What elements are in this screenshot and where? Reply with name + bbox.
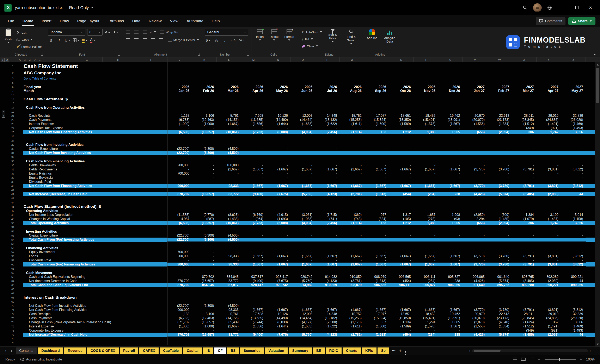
cell-W53[interactable]: - xyxy=(487,234,512,237)
merge-center-button[interactable]: Merge & Center xyxy=(168,37,199,43)
cell-Y23[interactable]: (1,491) xyxy=(536,122,561,126)
cell-S73[interactable]: (15,850) xyxy=(389,316,413,320)
row-header-32[interactable]: 32 xyxy=(8,155,17,159)
cell-Z53[interactable]: - xyxy=(561,234,586,237)
cell-R72[interactable]: 17,077 xyxy=(364,312,389,316)
cell-V22[interactable]: (20,070) xyxy=(463,118,487,122)
cell-L75[interactable]: (1,667) xyxy=(217,325,241,328)
cell-R49[interactable]: (824) xyxy=(364,217,389,221)
cell-Q22[interactable]: (15,255) xyxy=(340,118,364,122)
cell-O59[interactable]: - xyxy=(291,258,315,262)
cell-X22[interactable]: (25,845) xyxy=(512,118,536,122)
cell-M49[interactable]: (964) xyxy=(241,217,266,221)
cell-S77[interactable]: (454) xyxy=(389,333,413,337)
cell-J21[interactable]: 1,135 xyxy=(168,114,192,118)
cell-V54[interactable]: - xyxy=(463,238,487,242)
row-header-15[interactable]: 15 xyxy=(8,102,17,105)
cell-N70[interactable]: - xyxy=(266,304,291,308)
row-header-31[interactable]: 31 xyxy=(8,151,17,155)
cell-Y24[interactable]: (921) xyxy=(536,126,561,130)
cell-P22[interactable]: (15,182) xyxy=(315,118,340,122)
cell-S75[interactable]: (1,589) xyxy=(389,325,413,328)
cell-L6[interactable]: 2026 xyxy=(217,85,241,89)
cell-S74[interactable]: 1,134 xyxy=(389,320,413,324)
cell-label-row-16[interactable]: Cash Flow from Operating Activities xyxy=(17,105,168,109)
cell-M23[interactable]: (1,656) xyxy=(241,122,266,126)
cell-X54[interactable]: - xyxy=(512,238,536,242)
cell-J30[interactable]: (22,700) xyxy=(168,147,192,151)
cell-S58[interactable]: (1,667) xyxy=(389,254,413,258)
cell-L60[interactable]: 98,333 xyxy=(217,263,241,266)
row-header-6[interactable]: 6 xyxy=(8,85,17,88)
cell-L72[interactable]: 5,761 xyxy=(217,312,241,316)
cell-Y37[interactable]: - xyxy=(536,172,561,175)
cell-M24[interactable]: - xyxy=(241,126,266,130)
cell-V57[interactable]: - xyxy=(463,250,487,254)
cell-R38[interactable]: - xyxy=(364,176,389,180)
row-header-23[interactable]: 23 xyxy=(8,122,17,126)
cell-Y58[interactable]: (3,801) xyxy=(536,254,561,258)
cell-P37[interactable]: - xyxy=(315,172,340,175)
cell-M36[interactable]: (1,667) xyxy=(241,168,266,171)
cell-S24[interactable]: - xyxy=(389,126,413,130)
cell-W72[interactable]: 22,613 xyxy=(487,312,512,316)
row-header-71[interactable]: 71 xyxy=(8,309,17,311)
font-size-select[interactable]: 8 xyxy=(87,29,103,36)
cell-J53[interactable]: (22,700) xyxy=(168,234,192,237)
cell-L70[interactable]: (4,500) xyxy=(217,304,241,308)
cell-T71[interactable]: (1,667) xyxy=(413,308,438,312)
cell-U6[interactable]: 2026 xyxy=(438,85,463,89)
cell-W31[interactable]: - xyxy=(487,151,512,155)
cell-K38[interactable]: - xyxy=(192,176,217,180)
cell-S54[interactable]: - xyxy=(389,238,413,242)
cell-X60[interactable]: (3,791) xyxy=(512,263,536,266)
cell-Z58[interactable]: (3,812) xyxy=(561,254,586,258)
scroll-down-icon[interactable] xyxy=(595,342,600,346)
cell-U72[interactable]: 19,462 xyxy=(438,312,463,316)
cell-Q35[interactable]: - xyxy=(340,164,364,167)
cell-Y40[interactable]: (3,801) xyxy=(536,184,561,188)
scroll-up-icon[interactable] xyxy=(595,62,600,67)
cell-label-row-27[interactable] xyxy=(17,138,168,143)
addins-button[interactable]: Add-ins xyxy=(365,29,379,40)
outline-level-1[interactable]: 1 xyxy=(1,58,5,62)
cell-Z35[interactable]: - xyxy=(561,164,586,167)
cell-label-row-55[interactable] xyxy=(17,242,168,246)
cell-X21[interactable]: 28,011 xyxy=(512,114,536,118)
cell-Q31[interactable]: - xyxy=(340,151,364,155)
cell-Q49[interactable]: (745) xyxy=(340,217,364,221)
sheet-tab-cf[interactable]: CF xyxy=(214,347,226,354)
row-header-30[interactable]: 30 xyxy=(8,147,17,150)
cell-J72[interactable]: 1,135 xyxy=(168,312,192,316)
cell-K57[interactable]: - xyxy=(192,250,217,254)
row-header-53[interactable]: 53 xyxy=(8,234,17,237)
row-header-74[interactable]: 74 xyxy=(8,321,17,324)
cell-J74[interactable]: 871,702 xyxy=(168,320,192,324)
zoom-slider-thumb[interactable] xyxy=(559,358,560,361)
cell-S50[interactable]: 1,212 xyxy=(389,221,413,225)
cell-V49[interactable]: 2,294 xyxy=(463,217,487,221)
cell-label-row-68[interactable]: Interest on Cash Breakdown xyxy=(17,295,168,300)
cell-O37[interactable]: - xyxy=(291,172,315,175)
cell-U40[interactable]: (1,667) xyxy=(438,184,463,188)
cell-Z54[interactable]: - xyxy=(561,238,586,242)
excel-app-icon[interactable]: X xyxy=(4,4,12,12)
cell-T24[interactable]: - xyxy=(413,126,438,130)
cell-M72[interactable]: 7,608 xyxy=(241,312,266,316)
cell-N25[interactable]: (6,008) xyxy=(266,130,291,134)
cell-J40[interactable]: 900,000 xyxy=(168,184,192,188)
column-header-G[interactable]: G xyxy=(71,57,103,62)
cell-R63[interactable]: 908,079 xyxy=(364,275,389,279)
row-header-75[interactable]: 75 xyxy=(8,325,17,328)
cell-W63[interactable]: 901,640 xyxy=(487,275,512,279)
cell-V31[interactable]: - xyxy=(463,151,487,155)
cell-R39[interactable]: - xyxy=(364,180,389,184)
cell-W37[interactable]: - xyxy=(487,172,512,175)
sheet-tab-scenarios[interactable]: Scenarios xyxy=(240,347,264,354)
row-header-26[interactable]: 26 xyxy=(8,135,17,138)
row-header-49[interactable]: 49 xyxy=(8,218,17,221)
cell-S42[interactable]: (454) xyxy=(389,192,413,196)
cell-K25[interactable]: (10,357) xyxy=(192,130,217,134)
cell-P31[interactable]: - xyxy=(315,151,340,155)
cell-P74[interactable]: (2,500) xyxy=(315,320,340,324)
